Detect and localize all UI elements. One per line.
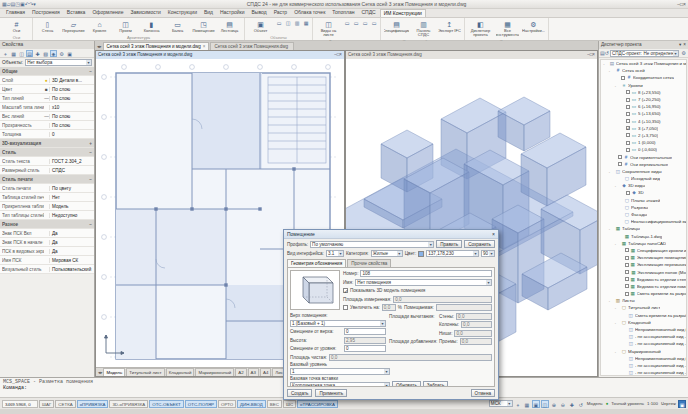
ribbon-button[interactable]: ↥ Экспорт IFC	[437, 19, 462, 39]
ribbon-button[interactable]: ◫ Проем	[113, 19, 138, 35]
status-toggle[interactable]: ВЕС	[267, 400, 282, 408]
ucs-combo[interactable]: МСК	[489, 400, 513, 407]
property-value[interactable]: Да	[49, 231, 92, 236]
last-layout-icon[interactable]: ▸	[100, 370, 102, 375]
orbit-icon[interactable]: ↺	[577, 400, 585, 408]
property-row[interactable]: Прозрачность По слою	[0, 121, 94, 130]
tree-checkbox[interactable]	[626, 119, 630, 123]
tree-checkbox[interactable]	[621, 76, 625, 80]
layout-tab[interactable]: Кладочный	[166, 368, 195, 377]
tree-item[interactable]: - ▦ Таблицы nanoCAD	[601, 240, 686, 247]
property-value[interactable]: Нет	[49, 195, 92, 200]
property-value[interactable]: ГОСТ 2.304_2	[49, 159, 92, 164]
tree-checkbox[interactable]	[625, 263, 629, 267]
tree-checkbox[interactable]	[626, 126, 630, 130]
zoom-in-icon[interactable]: ⊕	[550, 400, 558, 408]
layout-tab[interactable]: Маркировочный	[195, 368, 234, 377]
pan-icon[interactable]: ✚	[568, 400, 576, 408]
ribbon-button[interactable]: ◧ Диспетчер проекта	[467, 19, 494, 39]
ribbon-tab[interactable]: Зависимости	[127, 9, 163, 17]
tree-expand-icon[interactable]: -	[613, 241, 618, 246]
tree-item[interactable]: ◫ Непроименованный вид (1:100)	[601, 355, 686, 362]
ribbon-button[interactable]: ▭	[352, 19, 360, 27]
status-toggle[interactable]: оПРИВЯЗКА	[77, 400, 109, 408]
project-combo[interactable]: СПДС-проект: Не определен	[610, 50, 679, 57]
tree-item[interactable]: ▦ Экспликация помещений (Model)	[601, 254, 686, 261]
ribbon-button[interactable]: ▤ Лестница	[217, 19, 242, 35]
model-3d-window-titlebar[interactable]: Сетка осей 3 этаж Помещения.dwg –□×	[346, 51, 597, 59]
tree-checkbox[interactable]	[625, 292, 629, 296]
drawing-mode-label[interactable]: Чертеж	[660, 401, 677, 406]
property-row[interactable]: Стиль печати −	[0, 175, 94, 184]
close-panel-icon[interactable]: ×	[683, 41, 686, 49]
profile-combo[interactable]: По умолчанию	[310, 241, 434, 248]
tree-item[interactable]: - ▢ Маркировочный	[601, 348, 686, 355]
tree-checkbox[interactable]	[625, 248, 629, 252]
tree-item[interactable]: ▦ Экспликация полов (Model)	[601, 268, 686, 275]
tree-checkbox[interactable]	[626, 112, 630, 116]
tree-expand-icon[interactable]: -	[607, 68, 612, 73]
tree-item[interactable]: - ◆ 3D виды	[601, 182, 686, 189]
property-row[interactable]: 3D-визуализация +	[0, 139, 94, 148]
property-value[interactable]: Мировая СК	[49, 258, 92, 263]
base-level-combo[interactable]: 1	[290, 368, 390, 375]
customize-quick-access-icon[interactable]: ▾	[33, 1, 36, 7]
tree-item[interactable]: ▦ Спецификация кровли и элем...	[601, 247, 686, 254]
property-row[interactable]: Слой ● 3D Детали в...	[0, 76, 94, 85]
ribbon-button[interactable]: ▭	[343, 19, 351, 27]
selection-filter-icon[interactable]: ▦	[10, 50, 17, 57]
offset-top-field[interactable]: 0	[344, 328, 386, 335]
ribbon-button[interactable]: ◫	[284, 19, 292, 27]
ribbon-button[interactable]: ⌂ Кровля	[87, 19, 112, 35]
ribbon-button[interactable]: ⚙ Настройки...	[521, 19, 546, 39]
ribbon-button[interactable]: ▮ Колонна	[139, 19, 164, 35]
ribbon-button[interactable]: ▥	[293, 19, 301, 27]
document-tab[interactable]: Сетка осей 3 этаж Помещения.dwg	[210, 42, 294, 50]
section-expand-icon[interactable]: −	[89, 222, 92, 227]
property-value[interactable]: СПДС	[49, 168, 92, 173]
status-toggle[interactable]: ДИН-ВВОД	[237, 400, 266, 408]
ribbon-tab[interactable]: Оформление	[89, 9, 126, 17]
cancel-button[interactable]: Отмена	[471, 389, 495, 397]
ribbon-button[interactable]: ▥ Панель СПДС	[411, 19, 436, 39]
property-value[interactable]: Да	[49, 249, 92, 254]
next-doc-icon[interactable]: ▸	[99, 44, 101, 49]
interface-view-combo[interactable]: 3.1	[326, 250, 344, 257]
model-space-button[interactable]: Модель	[586, 401, 604, 406]
tree-item[interactable]: ◆ 3D	[601, 189, 686, 196]
tree-expand-icon[interactable]: -	[613, 349, 618, 354]
property-value[interactable]: 0	[49, 132, 92, 137]
property-row[interactable]: Общие −	[0, 67, 94, 76]
tree-checkbox[interactable]	[626, 105, 630, 109]
pin-panel-icon[interactable]: ▾	[679, 41, 681, 49]
tree-expand-icon[interactable]: -	[607, 298, 612, 303]
property-row[interactable]: Тип таблицы стилей Недоступно	[0, 211, 94, 220]
tree-checkbox[interactable]	[626, 148, 630, 152]
tree-item[interactable]: ◫ - не ассоциативный вид - (1:100)	[601, 369, 686, 376]
room-top-combo[interactable]: 1 (Базовый + 1)	[290, 320, 386, 327]
tree-expand-icon[interactable]: -	[613, 183, 618, 188]
show-3d-checkbox[interactable]	[343, 288, 348, 293]
ribbon-tab[interactable]: ИМ Конструкции	[380, 9, 426, 17]
close-icon[interactable]: ×	[683, 1, 686, 7]
layout-tab[interactable]: А4	[260, 368, 271, 377]
ribbon-tab[interactable]: Вставка	[64, 9, 89, 17]
tree-expand-icon[interactable]: -	[607, 226, 612, 231]
object-selector-combo[interactable]: Нет выбора	[25, 59, 92, 66]
ribbon-tab[interactable]: Настройки	[217, 9, 248, 17]
block-icon[interactable]: ◈	[50, 50, 57, 57]
tree-item[interactable]: # Координатная сетка	[601, 74, 686, 81]
tree-item[interactable]: - ▢ Титульный лист	[601, 304, 686, 311]
ribbon-tab[interactable]: Конструкции	[165, 9, 200, 17]
grid-icon[interactable]: ▣	[66, 50, 73, 57]
window-close-icon[interactable]: ×	[339, 52, 342, 57]
tree-expand-icon[interactable]: -	[613, 305, 618, 310]
tree-checkbox[interactable]	[625, 277, 629, 281]
ribbon-tab[interactable]: Вид	[201, 9, 216, 17]
ribbon-button[interactable]: ▭ Балка	[165, 19, 190, 35]
crosshair-icon[interactable]: ⌖	[514, 400, 522, 408]
ribbon-tab[interactable]: Растр	[271, 9, 291, 17]
property-value[interactable]: Модель	[49, 204, 92, 209]
status-toggle[interactable]: 3D-оПРИВЯЗКА	[109, 400, 148, 408]
ribbon-button[interactable]: # Оси	[3, 19, 30, 35]
